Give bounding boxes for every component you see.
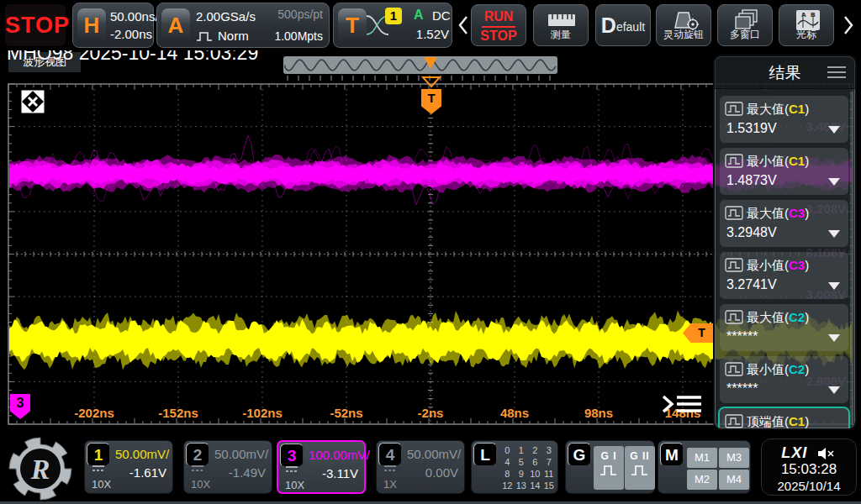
result-item-最小值-C2[interactable]: 最小值(C2)****** <box>720 356 848 403</box>
multi-window-button[interactable]: 多窗口 <box>717 4 773 46</box>
logic-channel-13: 13 <box>516 480 526 491</box>
channel-scale: 50.00mV/ <box>407 447 461 461</box>
svg-text:-52ns: -52ns <box>330 406 362 420</box>
results-panel-collapse-menu-icon[interactable] <box>661 392 705 417</box>
logic-channel-2: 2 <box>532 445 537 455</box>
acquisition-settings-group[interactable]: A 2.00GSa/s Norm 500ps/pt 1.00Mpts <box>156 3 330 48</box>
measurement-icon <box>725 154 743 169</box>
horizontal-settings-group[interactable]: H 50.00ns/ -2.00ns <box>72 3 154 48</box>
pulse-mode-icon <box>196 29 214 43</box>
logic-channel-7: 7 <box>547 457 552 467</box>
channel-probe-ratio: 10X <box>285 479 304 491</box>
acquisition-badge: A <box>161 8 190 42</box>
channel-4-box[interactable]: 450.00mV/0.00V1X <box>376 440 465 494</box>
trigger-level-value: 1.52V <box>394 27 449 41</box>
trigger-source-badge: 1 <box>385 8 402 24</box>
top-toolbar: STOP H 50.00ns/ -2.00ns A 2.00GSa/s Norm… <box>0 0 861 50</box>
result-value: 1.5319V <box>726 121 777 136</box>
expand-result-icon[interactable] <box>828 230 840 238</box>
horizontal-position-scrollbar[interactable] <box>283 56 557 74</box>
run-stop-button[interactable]: RUN STOP <box>471 4 526 46</box>
result-item-最小值-C3[interactable]: 最小值(C3)3.2741V <box>720 252 848 299</box>
results-menu-icon[interactable] <box>827 66 847 79</box>
result-item-最小值-C1[interactable]: 最小值(C1)1.4873V <box>720 148 848 195</box>
result-value: 3.2948V <box>726 225 777 240</box>
toolbar-scroll-right-icon[interactable] <box>843 15 854 35</box>
logic-channel-10: 10 <box>530 469 540 479</box>
channel-1-box[interactable]: 150.00mV/-1.61V10X <box>84 440 173 494</box>
logic-channel-8: 8 <box>504 469 510 479</box>
sound-muted-icon <box>816 446 837 461</box>
logic-channel-5: 5 <box>519 457 524 467</box>
quick-knob-button[interactable]: 灵动旋钮 <box>656 4 711 46</box>
scrollbar-wave-pattern <box>283 56 557 74</box>
logic-channel-15: 15 <box>544 480 554 491</box>
expand-fullscreen-icon[interactable] <box>21 90 45 113</box>
cursor-button[interactable]: A B 光标 <box>779 4 834 46</box>
generator-g1-button[interactable]: G I <box>594 446 624 490</box>
math-m1-button[interactable]: M1 <box>687 448 717 468</box>
cursor-label: 光标 <box>779 28 833 42</box>
ruler-icon <box>547 13 576 28</box>
logic-channel-11: 11 <box>544 469 553 479</box>
acquisition-status-stop[interactable]: STOP <box>5 4 66 46</box>
channel-offset: -3.11V <box>322 466 358 480</box>
dc-coupling-icon <box>383 465 397 475</box>
horizontal-offset: -2.00ns <box>110 27 152 41</box>
lxi-logo: LXI <box>781 444 807 461</box>
square-wave-icon <box>599 462 619 477</box>
quick-knob-label: 灵动旋钮 <box>657 28 710 42</box>
channel-2-box[interactable]: 250.00mV/-1.49V10X <box>183 440 272 494</box>
result-item-最大值-C2[interactable]: 最大值(C2)****** <box>720 304 848 351</box>
measure-label: 测量 <box>534 28 588 42</box>
channel-number-badge: 4 <box>378 443 402 466</box>
expand-result-icon[interactable] <box>828 178 840 186</box>
channel-3-box[interactable]: 3100.00mV/-3.11V10X <box>277 440 366 494</box>
math-m4-button[interactable]: M4 <box>719 470 749 490</box>
results-panel: 结果 最大值(C1)1.5319V最小值(C1)1.4873V最大值(C3)3.… <box>713 55 857 430</box>
default-button[interactable]: Default <box>595 4 651 46</box>
logic-channel-4: 4 <box>504 457 510 467</box>
logic-channel-1: 1 <box>519 445 524 455</box>
trigger-position-pointer-icon[interactable] <box>424 57 437 69</box>
channel-probe-ratio: 10X <box>191 478 210 491</box>
result-item-最大值-C1[interactable]: 最大值(C1)1.5319V <box>720 96 848 143</box>
svg-text:-102ns: -102ns <box>242 406 283 420</box>
math-m2-button[interactable]: M2 <box>687 470 717 490</box>
channel-probe-ratio: 10X <box>92 478 111 491</box>
logic-channel-14: 14 <box>530 480 540 491</box>
logic-channel-9: 9 <box>519 469 524 479</box>
clock-date: 2025/10/14 <box>762 479 856 493</box>
bottom-status-bar: R 150.00mV/-1.61V10X250.00mV/-1.49V10X31… <box>0 430 861 504</box>
svg-text:-152ns: -152ns <box>158 406 198 420</box>
toolbar-scroll-left-icon[interactable] <box>457 15 469 35</box>
result-item-顶端值-C1[interactable]: 顶端值(C1) <box>720 408 848 430</box>
result-value: 3.2741V <box>726 277 777 292</box>
square-wave-icon <box>630 462 650 477</box>
expand-result-icon[interactable] <box>828 282 840 290</box>
sample-resolution: 500ps/pt <box>277 8 323 21</box>
results-scrollbar[interactable] <box>850 92 853 425</box>
clock-time: 15:03:28 <box>762 461 856 478</box>
svg-text:-202ns: -202ns <box>74 406 114 420</box>
memory-depth: 1.00Mpts <box>274 29 323 43</box>
expand-result-icon[interactable] <box>828 126 840 134</box>
expand-result-icon[interactable] <box>828 334 840 342</box>
math-m3-button[interactable]: M3 <box>719 448 749 468</box>
channel-offset: 0.00V <box>425 465 458 480</box>
expand-result-icon[interactable] <box>828 386 840 394</box>
result-item-最大值-C3[interactable]: 最大值(C3)3.2948V <box>720 200 848 247</box>
lxi-status-box[interactable]: LXI 15:03:28 2025/10/14 <box>761 438 857 496</box>
sample-rate: 2.00GSa/s <box>196 9 256 24</box>
dc-coupling-icon <box>285 465 298 475</box>
measure-button[interactable]: 测量 <box>533 4 589 46</box>
logic-badge: L <box>473 443 497 466</box>
measurement-icon <box>725 310 743 325</box>
measurement-icon <box>725 206 743 221</box>
channel-number-badge: 2 <box>186 443 209 466</box>
results-panel-header[interactable]: 结果 <box>715 56 855 89</box>
measurement-icon <box>725 258 743 273</box>
logic-channels-box[interactable]: L 0123456789101112131415 <box>471 440 558 494</box>
logic-channel-6: 6 <box>532 457 537 467</box>
generator-g2-button[interactable]: G II <box>625 446 655 490</box>
